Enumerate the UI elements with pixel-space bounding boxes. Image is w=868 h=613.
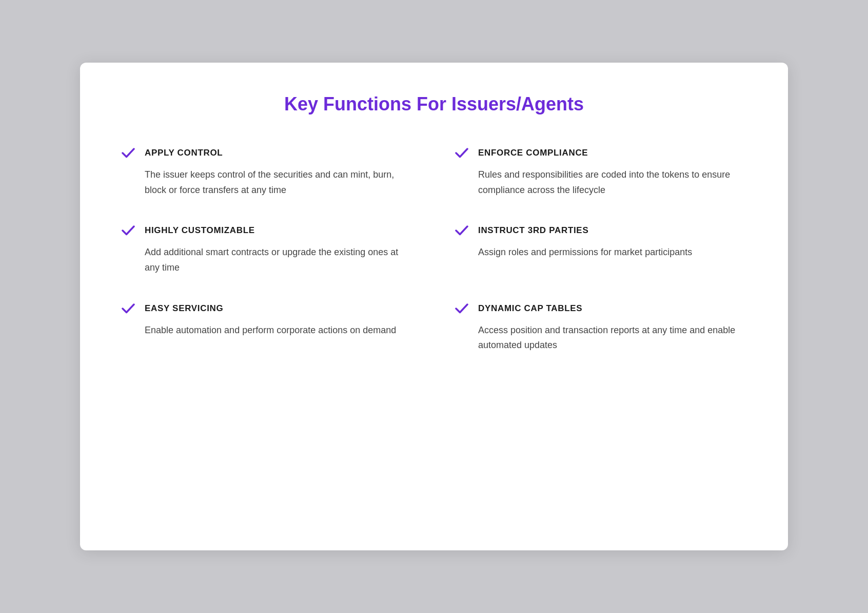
feature-header-highly-customizable: HIGHLY CUSTOMIZABLE [121, 223, 413, 238]
title-plain: Key Functions For [284, 93, 451, 114]
main-card: Key Functions For Issuers/Agents APPLY C… [80, 63, 788, 550]
check-icon-highly-customizable [121, 223, 135, 238]
check-icon-apply-control [121, 146, 135, 160]
check-icon-dynamic-cap-tables [455, 301, 469, 316]
feature-item-apply-control: APPLY CONTROLThe issuer keeps control of… [121, 146, 413, 198]
feature-item-easy-servicing: EASY SERVICINGEnable automation and perf… [121, 301, 413, 353]
features-grid: APPLY CONTROLThe issuer keeps control of… [121, 146, 747, 353]
check-icon-instruct-3rd-parties [455, 223, 469, 238]
feature-header-dynamic-cap-tables: DYNAMIC CAP TABLES [455, 301, 747, 316]
feature-item-instruct-3rd-parties: INSTRUCT 3RD PARTIESAssign roles and per… [455, 223, 747, 275]
page-title: Key Functions For Issuers/Agents [121, 93, 747, 115]
check-icon-enforce-compliance [455, 146, 469, 160]
feature-title-apply-control: APPLY CONTROL [145, 148, 223, 158]
feature-header-enforce-compliance: ENFORCE COMPLIANCE [455, 146, 747, 160]
feature-header-easy-servicing: EASY SERVICING [121, 301, 413, 316]
feature-description-easy-servicing: Enable automation and perform corporate … [121, 323, 413, 338]
feature-title-easy-servicing: EASY SERVICING [145, 303, 223, 314]
feature-title-highly-customizable: HIGHLY CUSTOMIZABLE [145, 225, 255, 236]
feature-description-enforce-compliance: Rules and responsibilities are coded int… [455, 167, 747, 198]
feature-description-apply-control: The issuer keeps control of the securiti… [121, 167, 413, 198]
feature-header-instruct-3rd-parties: INSTRUCT 3RD PARTIES [455, 223, 747, 238]
feature-description-dynamic-cap-tables: Access position and transaction reports … [455, 323, 747, 353]
check-icon-easy-servicing [121, 301, 135, 316]
feature-item-dynamic-cap-tables: DYNAMIC CAP TABLESAccess position and tr… [455, 301, 747, 353]
feature-header-apply-control: APPLY CONTROL [121, 146, 413, 160]
feature-title-enforce-compliance: ENFORCE COMPLIANCE [478, 148, 588, 158]
feature-description-highly-customizable: Add additional smart contracts or upgrad… [121, 245, 413, 275]
feature-title-instruct-3rd-parties: INSTRUCT 3RD PARTIES [478, 225, 588, 236]
feature-item-enforce-compliance: ENFORCE COMPLIANCERules and responsibili… [455, 146, 747, 198]
feature-description-instruct-3rd-parties: Assign roles and permissions for market … [455, 245, 747, 260]
feature-item-highly-customizable: HIGHLY CUSTOMIZABLEAdd additional smart … [121, 223, 413, 275]
title-highlight: Issuers/Agents [451, 93, 584, 114]
feature-title-dynamic-cap-tables: DYNAMIC CAP TABLES [478, 303, 582, 314]
